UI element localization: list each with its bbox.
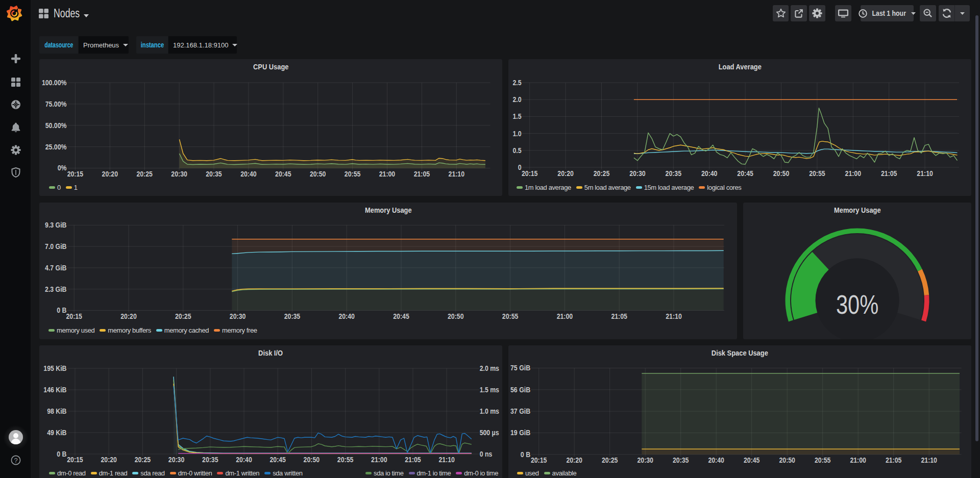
svg-text:20:40: 20:40: [338, 313, 354, 321]
svg-text:37 GiB: 37 GiB: [510, 407, 530, 415]
svg-text:20:25: 20:25: [602, 457, 618, 465]
svg-text:2.0 ms: 2.0 ms: [480, 364, 499, 372]
svg-text:20:20: 20:20: [566, 457, 582, 465]
svg-text:1.5 ms: 1.5 ms: [480, 386, 499, 394]
svg-text:20:40: 20:40: [236, 456, 252, 464]
svg-text:20:20: 20:20: [101, 456, 116, 464]
svg-text:20:25: 20:25: [135, 456, 151, 464]
svg-text:20:40: 20:40: [708, 457, 724, 465]
svg-text:20:15: 20:15: [531, 457, 547, 465]
svg-text:20:30: 20:30: [629, 170, 645, 178]
svg-text:20:55: 20:55: [809, 170, 825, 178]
svg-text:30%: 30%: [836, 290, 878, 320]
svg-text:7.0 GiB: 7.0 GiB: [45, 242, 66, 250]
svg-text:0: 0: [518, 163, 522, 171]
svg-text:20:20: 20:20: [557, 170, 573, 178]
svg-text:56 GiB: 56 GiB: [510, 386, 530, 394]
svg-text:20:55: 20:55: [337, 456, 353, 464]
svg-text:20:20: 20:20: [102, 170, 118, 178]
svg-text:21:00: 21:00: [845, 170, 861, 178]
svg-text:20:20: 20:20: [120, 313, 136, 321]
svg-text:2.0: 2.0: [512, 95, 521, 104]
svg-text:20:30: 20:30: [230, 313, 246, 321]
svg-text:2.5: 2.5: [512, 79, 521, 87]
svg-text:20:35: 20:35: [673, 457, 689, 465]
svg-text:2.3 GiB: 2.3 GiB: [45, 285, 66, 293]
svg-text:20:25: 20:25: [136, 170, 152, 178]
svg-text:20:45: 20:45: [744, 457, 760, 465]
svg-text:21:05: 21:05: [611, 313, 627, 321]
svg-text:75 GiB: 75 GiB: [510, 364, 530, 372]
svg-text:20:30: 20:30: [171, 170, 187, 178]
svg-text:21:10: 21:10: [438, 456, 454, 464]
svg-text:20:30: 20:30: [168, 456, 184, 464]
svg-text:0 B: 0 B: [57, 450, 66, 458]
svg-text:9.3 GiB: 9.3 GiB: [45, 221, 66, 230]
svg-text:20:50: 20:50: [448, 313, 463, 321]
svg-text:20:45: 20:45: [393, 313, 409, 321]
svg-text:20:55: 20:55: [345, 170, 360, 178]
svg-text:20:25: 20:25: [175, 313, 191, 321]
svg-text:20:15: 20:15: [522, 170, 537, 178]
svg-text:75.00%: 75.00%: [45, 100, 67, 108]
svg-text:20:15: 20:15: [66, 313, 82, 321]
svg-text:20:45: 20:45: [270, 456, 285, 464]
svg-text:20:35: 20:35: [666, 170, 681, 178]
svg-text:21:05: 21:05: [405, 456, 421, 464]
svg-text:195 KiB: 195 KiB: [43, 364, 66, 372]
svg-text:19 GiB: 19 GiB: [510, 429, 530, 437]
svg-text:20:50: 20:50: [779, 457, 795, 465]
svg-text:1.5: 1.5: [512, 113, 521, 121]
svg-text:100.00%: 100.00%: [42, 79, 67, 87]
svg-text:21:00: 21:00: [850, 457, 866, 465]
svg-text:20:50: 20:50: [304, 456, 320, 464]
svg-text:20:40: 20:40: [701, 170, 717, 178]
svg-text:50.00%: 50.00%: [45, 121, 67, 130]
svg-text:?: ?: [14, 457, 17, 464]
svg-text:21:10: 21:10: [449, 170, 464, 178]
svg-text:1.0 ms: 1.0 ms: [480, 407, 499, 415]
svg-text:20:30: 20:30: [637, 457, 653, 465]
svg-text:146 KiB: 146 KiB: [43, 386, 66, 394]
svg-text:21:05: 21:05: [881, 170, 897, 178]
svg-text:20:50: 20:50: [310, 170, 326, 178]
svg-text:0 ns: 0 ns: [480, 450, 493, 458]
svg-text:0 B: 0 B: [521, 450, 530, 459]
svg-text:0 B: 0 B: [57, 307, 66, 315]
svg-text:21:10: 21:10: [917, 170, 933, 178]
svg-text:21:00: 21:00: [371, 456, 387, 464]
svg-text:500 µs: 500 µs: [480, 429, 499, 437]
svg-text:20:25: 20:25: [594, 170, 609, 178]
svg-text:21:10: 21:10: [921, 457, 937, 465]
svg-text:20:15: 20:15: [67, 456, 83, 464]
svg-text:20:35: 20:35: [202, 456, 218, 464]
svg-text:0.5: 0.5: [512, 146, 521, 155]
svg-text:20:15: 20:15: [67, 170, 83, 178]
svg-text:4.7 GiB: 4.7 GiB: [45, 264, 66, 272]
svg-text:20:45: 20:45: [275, 170, 291, 178]
svg-text:21:05: 21:05: [886, 457, 901, 465]
svg-text:20:55: 20:55: [502, 313, 518, 321]
svg-text:21:00: 21:00: [379, 170, 395, 178]
svg-text:49 KiB: 49 KiB: [47, 429, 66, 437]
svg-text:21:00: 21:00: [557, 313, 573, 321]
svg-text:25.00%: 25.00%: [45, 143, 67, 151]
svg-text:0%: 0%: [58, 164, 67, 172]
svg-text:20:40: 20:40: [240, 170, 256, 178]
svg-text:20:35: 20:35: [284, 313, 300, 321]
svg-text:20:45: 20:45: [737, 170, 753, 178]
svg-text:21:10: 21:10: [666, 313, 681, 321]
svg-text:20:50: 20:50: [773, 170, 789, 178]
svg-text:98 KiB: 98 KiB: [47, 407, 66, 415]
svg-text:21:05: 21:05: [414, 170, 430, 178]
svg-text:20:55: 20:55: [815, 457, 830, 465]
svg-text:20:35: 20:35: [206, 170, 222, 178]
svg-text:1.0: 1.0: [512, 130, 521, 138]
